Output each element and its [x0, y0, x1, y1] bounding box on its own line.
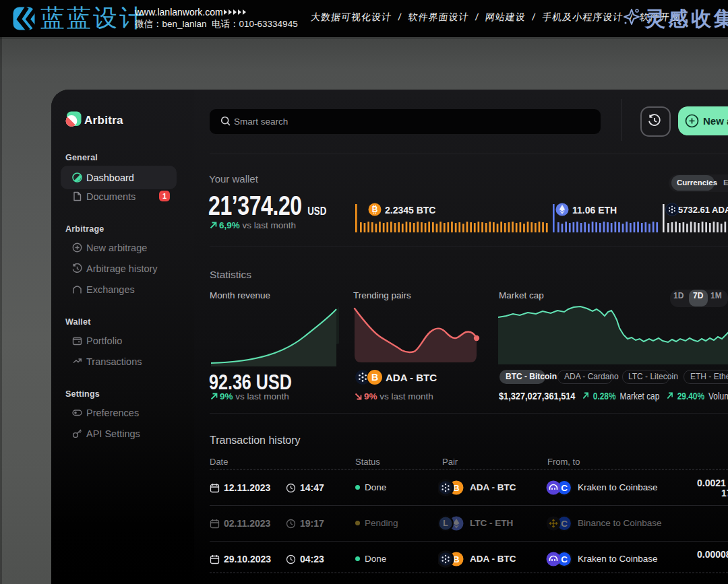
- svg-text:C: C: [561, 483, 568, 493]
- svg-text:B: B: [372, 205, 378, 214]
- svg-text:B: B: [371, 372, 378, 383]
- svg-text:B: B: [453, 483, 459, 493]
- svg-text:C: C: [561, 519, 568, 529]
- svg-text:C: C: [561, 554, 568, 564]
- svg-text:L: L: [443, 519, 448, 528]
- svg-text:B: B: [453, 554, 459, 564]
